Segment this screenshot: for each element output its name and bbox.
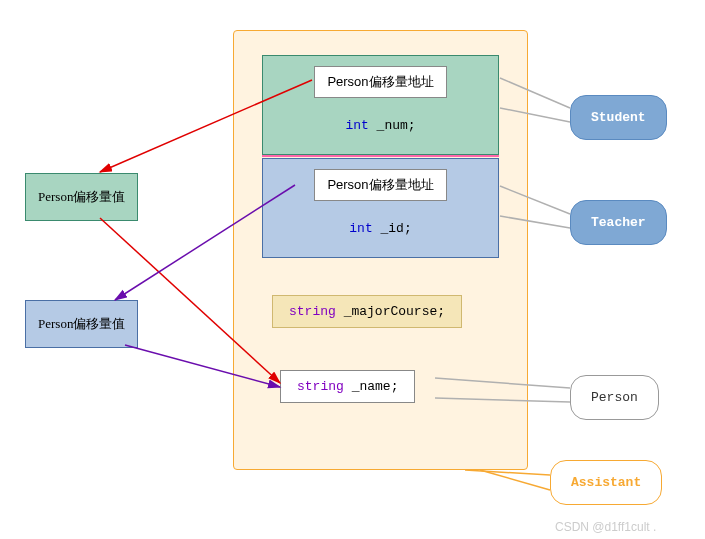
major-course-type: string [289, 304, 336, 319]
offset-green-label: Person偏移量值 [38, 189, 125, 204]
student-box: Person偏移量地址 int _num; [262, 55, 499, 155]
person-name-box: string _name; [280, 370, 415, 403]
offset-green-box: Person偏移量值 [25, 173, 138, 221]
student-field: int _num; [271, 118, 490, 133]
callout-person: Person [570, 375, 659, 420]
student-ptr-label: Person偏移量地址 [327, 74, 433, 89]
tail-assistant-2 [480, 470, 550, 490]
offset-blue-label: Person偏移量值 [38, 316, 125, 331]
student-field-name: _num; [377, 118, 416, 133]
callout-person-label: Person [591, 390, 638, 405]
person-name-name: _name; [352, 379, 399, 394]
watermark: CSDN @d1ff1cult . [555, 520, 656, 534]
student-field-type: int [345, 118, 368, 133]
callout-student-label: Student [591, 110, 646, 125]
major-course-box: string _majorCourse; [272, 295, 462, 328]
callout-assistant-label: Assistant [571, 475, 641, 490]
teacher-ptr-label: Person偏移量地址 [327, 177, 433, 192]
teacher-field: int _id; [271, 221, 490, 236]
callout-teacher-label: Teacher [591, 215, 646, 230]
major-course-semi: ; [437, 304, 445, 319]
callout-assistant: Assistant [550, 460, 662, 505]
teacher-box: Person偏移量地址 int _id; [262, 158, 499, 258]
teacher-ptr-box: Person偏移量地址 [314, 169, 446, 201]
tail-assistant-1 [465, 470, 550, 475]
person-name-type: string [297, 379, 344, 394]
callout-student: Student [570, 95, 667, 140]
offset-blue-box: Person偏移量值 [25, 300, 138, 348]
student-ptr-box: Person偏移量地址 [314, 66, 446, 98]
callout-teacher: Teacher [570, 200, 667, 245]
teacher-field-type: int [349, 221, 372, 236]
major-course-name: _majorCourse [344, 304, 438, 319]
teacher-field-name: _id; [381, 221, 412, 236]
